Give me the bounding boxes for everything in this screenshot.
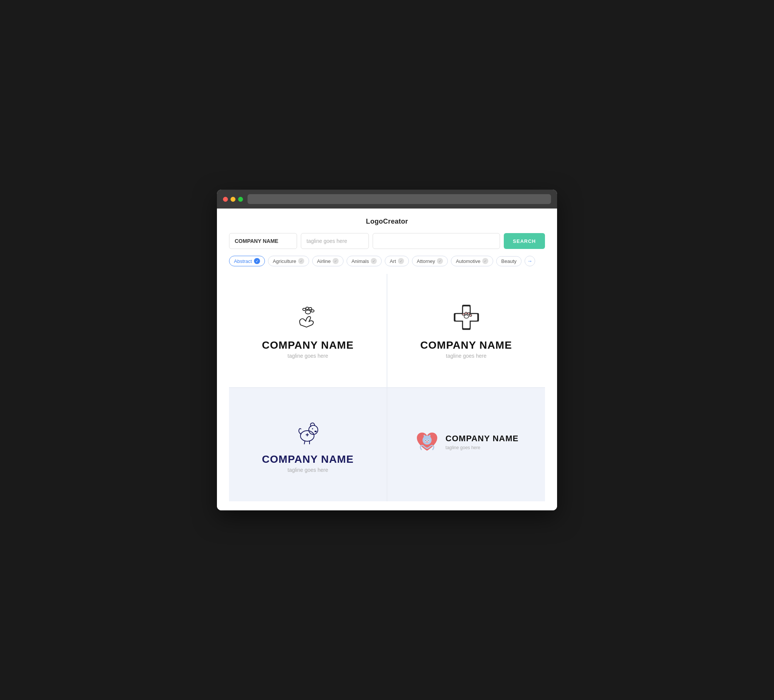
minimize-button[interactable] [230,197,235,202]
close-button[interactable] [223,197,228,202]
logo3-company-name: COMPANY NAME [262,453,354,466]
category-chip-animals[interactable]: Animals ✓ [347,256,382,266]
svg-rect-23 [307,433,308,436]
checkmark-icon-agriculture: ✓ [298,258,304,264]
logo4-tagline: tagline goes here [446,445,519,450]
category-chip-beauty[interactable]: Beauty [496,256,521,266]
checkmark-icon-airline: ✓ [332,258,339,264]
category-chip-abstract[interactable]: Abstract ✓ [229,256,265,266]
tagline-input[interactable] [301,233,369,249]
category-chip-automotive[interactable]: Automotive ✓ [451,256,493,266]
dog-cross-icon [293,416,323,448]
logo3-tagline: tagline goes here [288,467,328,473]
search-bar: SEARCH [229,233,545,249]
logo-card-1[interactable]: COMPANY NAME tagline goes here [229,274,387,387]
company-name-input[interactable] [229,233,297,249]
logo4-company-name: COMPANY NAME [446,434,519,444]
svg-point-16 [468,313,470,314]
category-label-attorney: Attorney [417,258,435,264]
svg-point-21 [312,428,313,429]
svg-point-14 [462,314,464,315]
logo-card-3[interactable]: COMPANY NAME tagline goes here [229,388,387,501]
category-label-airline: Airline [317,258,331,264]
svg-point-0 [305,310,311,314]
logo1-tagline: tagline goes here [288,353,328,359]
svg-point-27 [425,440,426,441]
traffic-lights [223,197,243,202]
checkmark-icon-art: ✓ [398,258,404,264]
logo2-tagline: tagline goes here [446,353,486,359]
svg-point-28 [428,440,429,441]
category-chip-art[interactable]: Art ✓ [385,256,409,266]
browser-chrome [217,190,557,208]
checkmark-icon-abstract: ✓ [254,258,260,264]
category-chip-airline[interactable]: Airline ✓ [312,256,344,266]
next-categories-button[interactable]: → [524,256,535,266]
svg-point-24 [423,436,432,445]
svg-point-4 [311,310,314,312]
keyword-input[interactable] [373,233,500,249]
logo-grid: COMPANY NAME tagline goes here [229,274,545,501]
app-content: LogoCreator SEARCH Abstract ✓ Agricultur… [217,208,557,510]
logo4-text-block: COMPANY NAME tagline goes here [446,434,519,450]
category-label-agriculture: Agriculture [273,258,296,264]
category-label-art: Art [390,258,396,264]
category-chip-attorney[interactable]: Attorney ✓ [412,256,448,266]
checkmark-icon-automotive: ✓ [482,258,488,264]
logo-card-4[interactable]: COMPANY NAME tagline goes here [387,388,545,501]
checkmark-icon-animals: ✓ [371,258,377,264]
category-label-animals: Animals [351,258,369,264]
category-label-automotive: Automotive [456,258,480,264]
svg-point-3 [309,307,312,310]
url-bar[interactable] [248,194,551,204]
category-label-abstract: Abstract [234,258,252,264]
maximize-button[interactable] [238,197,243,202]
svg-point-2 [306,307,309,309]
category-label-beauty: Beauty [501,258,516,264]
browser-window: LogoCreator SEARCH Abstract ✓ Agricultur… [217,190,557,510]
svg-point-1 [303,308,306,310]
category-chip-agriculture[interactable]: Agriculture ✓ [268,256,309,266]
svg-point-20 [314,431,317,432]
category-filters: Abstract ✓ Agriculture ✓ Airline ✓ Anima… [229,256,545,266]
logo1-company-name: COMPANY NAME [262,339,354,351]
svg-point-29 [426,441,428,443]
cross-paw-icon [451,302,481,334]
paw-hand-icon [293,302,323,334]
app-title: LogoCreator [229,218,545,226]
logo-card-2[interactable]: COMPANY NAME tagline goes here [387,274,545,387]
logo2-company-name: COMPANY NAME [420,339,512,351]
heart-animal-icon: COMPANY NAME tagline goes here [414,429,519,455]
svg-point-17 [470,315,471,316]
search-button[interactable]: SEARCH [504,233,545,249]
checkmark-icon-attorney: ✓ [437,258,443,264]
svg-point-15 [465,312,467,314]
